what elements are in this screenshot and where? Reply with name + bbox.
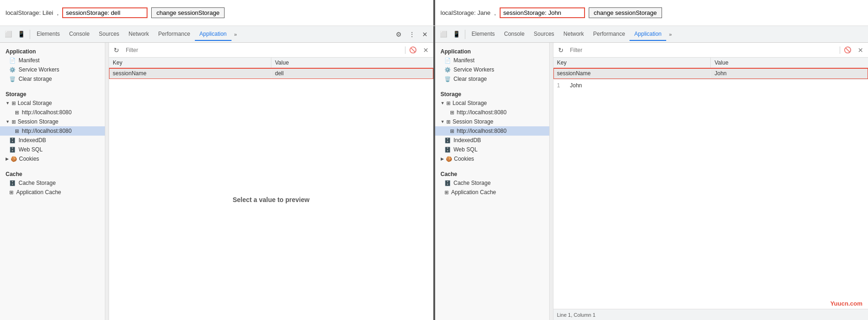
left-table-cell-value: dell (271, 68, 433, 79)
left-table-header-key: Key (109, 58, 271, 68)
left-filter-refresh-icon[interactable]: ↻ (111, 45, 122, 56)
right-sidebar-application-cache[interactable]: ⊞ Application Cache (435, 188, 553, 197)
left-sidebar-local-storage[interactable]: ▼ ⊞ Local Storage (0, 98, 109, 108)
right-table-header-key: Key (553, 58, 711, 68)
left-tab-gear-icon[interactable]: ⚙ (392, 28, 405, 41)
left-tab-performance[interactable]: Performance (154, 28, 195, 41)
left-table-header-value: Value (271, 58, 433, 68)
left-sidebar-session-storage-url[interactable]: ⊞ http://localhost:8080 (0, 126, 109, 136)
left-tab-application[interactable]: Application (195, 28, 231, 41)
right-web-sql-icon: 🗄️ (444, 147, 451, 153)
left-sidebar-cache-storage[interactable]: 🗄️ Cache Storage (0, 178, 109, 188)
left-session-storage-arrow: ▼ (6, 119, 10, 124)
left-cookies-arrow: ▶ (6, 157, 9, 161)
right-value-line: 1 John (557, 82, 865, 89)
right-manifest-icon: 📄 (444, 58, 451, 64)
left-local-storage-url-icon: ⊞ (15, 110, 19, 116)
right-filter-input[interactable] (568, 46, 838, 54)
left-session-input[interactable] (62, 7, 148, 18)
left-sidebar-web-sql[interactable]: 🗄️ Web SQL (0, 145, 109, 154)
right-value-content: John (570, 82, 582, 89)
right-tab-elements[interactable]: Elements (467, 28, 500, 41)
left-sidebar-section-storage: Storage (0, 88, 109, 98)
left-local-storage-icon: ⊞ (12, 100, 16, 106)
right-tab-performance[interactable]: Performance (589, 28, 630, 41)
right-sidebar-manifest[interactable]: 📄 Manifest (435, 56, 553, 65)
right-sidebar-service-workers[interactable]: ⚙️ Service Workers (435, 65, 553, 74)
left-preview-area: Select a value to preview (109, 79, 433, 320)
right-sidebar-cache-storage[interactable]: 🗄️ Cache Storage (435, 178, 553, 188)
right-tab-sources[interactable]: Sources (529, 28, 559, 41)
right-tab-icon-device[interactable]: 📱 (450, 28, 463, 41)
right-filter-clear-icon[interactable]: ✕ (855, 45, 866, 56)
right-change-btn[interactable]: change sessionStorage (589, 7, 662, 18)
right-filter-refresh-icon[interactable]: ↻ (555, 45, 566, 56)
left-sidebar-section-application: Application (0, 46, 109, 56)
left-tab-dots-icon[interactable]: ⋮ (405, 28, 418, 41)
right-sidebar-section-storage: Storage (435, 88, 553, 98)
right-sidebar-local-storage-url[interactable]: ⊞ http://localhost:8080 (435, 108, 553, 117)
left-change-btn[interactable]: change sessionStorage (151, 7, 225, 18)
right-table-cell-key: sessionName (553, 68, 711, 79)
right-sidebar-clear-storage[interactable]: 🗑️ Clear storage (435, 74, 553, 84)
right-local-storage-icon: ⊞ (446, 100, 450, 106)
left-ls-label: localStorage: Lilei (6, 9, 53, 16)
right-service-workers-icon: ⚙️ (444, 67, 451, 73)
right-sidebar-indexeddb[interactable]: 🗄️ IndexedDB (435, 136, 553, 145)
watermark: Yuucn.com (830, 300, 862, 307)
left-filter-input[interactable] (124, 46, 403, 54)
right-local-storage-arrow: ▼ (441, 101, 445, 105)
left-sidebar-section-cache: Cache (0, 168, 109, 178)
left-sidebar-session-storage[interactable]: ▼ ⊞ Session Storage (0, 117, 109, 126)
right-sidebar-cookies[interactable]: ▶ 🍪 Cookies (435, 154, 553, 163)
right-filter-block-icon[interactable]: 🚫 (842, 45, 853, 56)
right-tab-more[interactable]: » (666, 29, 675, 40)
right-table-row[interactable]: sessionName John (553, 68, 868, 79)
left-sidebar-application-cache[interactable]: ⊞ Application Cache (0, 188, 109, 197)
left-tab-console[interactable]: Console (64, 28, 94, 41)
right-session-storage-url-icon: ⊞ (450, 128, 454, 134)
left-tab-icon-device[interactable]: 📱 (15, 28, 28, 41)
left-application-cache-icon: ⊞ (9, 189, 13, 196)
left-filter-block-icon[interactable]: 🚫 (407, 45, 418, 56)
right-sidebar-local-storage[interactable]: ▼ ⊞ Local Storage (435, 98, 553, 108)
left-table-cell-key: sessionName (109, 68, 271, 79)
right-tab-application[interactable]: Application (630, 28, 666, 41)
right-sidebar-web-sql[interactable]: 🗄️ Web SQL (435, 145, 553, 154)
left-tab-sources[interactable]: Sources (94, 28, 124, 41)
right-session-input[interactable] (500, 7, 585, 18)
right-indexeddb-icon: 🗄️ (444, 137, 451, 144)
right-sidebar-section-cache: Cache (435, 168, 553, 178)
left-web-sql-icon: 🗄️ (9, 147, 16, 153)
left-session-storage-url-icon: ⊞ (15, 128, 19, 134)
right-tab-network[interactable]: Network (559, 28, 589, 41)
right-tab-icon-inspect[interactable]: ⬜ (437, 28, 450, 41)
left-sidebar-local-storage-url[interactable]: ⊞ http://localhost:8080 (0, 108, 109, 117)
left-local-storage-arrow: ▼ (6, 101, 10, 105)
left-tab-more[interactable]: » (231, 29, 240, 40)
right-status-bar: Line 1, Column 1 (557, 312, 596, 318)
left-tab-network[interactable]: Network (124, 28, 154, 41)
right-cookies-icon: 🍪 (446, 156, 452, 162)
right-sidebar-session-storage[interactable]: ▼ ⊞ Session Storage (435, 117, 553, 126)
left-sidebar-cookies[interactable]: ▶ 🍪 Cookies (0, 154, 109, 163)
left-session-storage-icon: ⊞ (12, 119, 16, 125)
left-tab-close-icon[interactable]: ✕ (418, 28, 431, 41)
right-sidebar-session-storage-url[interactable]: ⊞ http://localhost:8080 (435, 126, 553, 136)
right-local-storage-url-icon: ⊞ (450, 110, 454, 116)
left-clear-storage-icon: 🗑️ (9, 76, 16, 82)
left-filter-clear-icon[interactable]: ✕ (420, 45, 431, 56)
left-sidebar-clear-storage[interactable]: 🗑️ Clear storage (0, 74, 109, 84)
right-cookies-arrow: ▶ (441, 157, 444, 161)
right-tab-console[interactable]: Console (500, 28, 529, 41)
right-sidebar-section-application: Application (435, 46, 553, 56)
left-tab-icon-inspect[interactable]: ⬜ (2, 28, 15, 41)
right-ls-label: localStorage: Jane (441, 9, 491, 16)
right-table-header-value: Value (711, 58, 868, 68)
left-sidebar-manifest[interactable]: 📄 Manifest (0, 56, 109, 65)
left-tab-elements[interactable]: Elements (32, 28, 64, 41)
left-sidebar-indexeddb[interactable]: 🗄️ IndexedDB (0, 136, 109, 145)
left-sidebar-service-workers[interactable]: ⚙️ Service Workers (0, 65, 109, 74)
right-value-line-number: 1 (557, 82, 565, 89)
left-table-row[interactable]: sessionName dell (109, 68, 433, 79)
